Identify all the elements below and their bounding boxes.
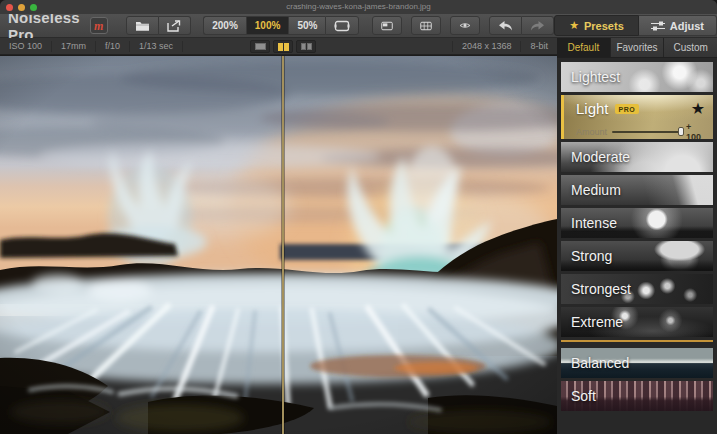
export-button[interactable]: [159, 16, 191, 35]
eye-icon: [459, 20, 471, 31]
zoom-200-button[interactable]: 200%: [203, 16, 246, 35]
macphun-logo-letter: m: [94, 20, 103, 32]
folder-icon: [135, 20, 150, 32]
tab-custom[interactable]: Custom: [664, 38, 717, 57]
exif-aperture: f/10: [96, 41, 130, 52]
tab-favorites[interactable]: Favorites: [611, 38, 665, 57]
exif-info-bar: ISO 100 17mm f/10 1/13 sec 2048 x 1368 8…: [0, 38, 557, 55]
preset-intense[interactable]: Intense: [561, 208, 713, 238]
preset-strong[interactable]: Strong: [561, 241, 713, 271]
preset-strongest[interactable]: Strongest: [561, 274, 713, 304]
image-dimensions: 2048 x 1368: [452, 41, 521, 52]
preset-balanced[interactable]: Balanced: [561, 348, 713, 378]
presets-button-label: Presets: [584, 20, 624, 32]
star-icon: ★: [569, 19, 579, 32]
image-bit-depth: 8-bit: [520, 41, 557, 52]
split-line-handle[interactable]: [281, 56, 285, 434]
compare-mode-buttons: [250, 40, 316, 53]
editor-column: ISO 100 17mm f/10 1/13 sec 2048 x 1368 8…: [0, 38, 557, 434]
photo-seascape: [0, 56, 557, 434]
slider-thumb[interactable]: [678, 127, 684, 136]
app-window: crashing-waves-kona-james-brandon.jpg No…: [0, 0, 717, 434]
main-toolbar: Noiseless Pro m 200% 100% 50%: [0, 14, 717, 38]
presets-panel-button[interactable]: ★ Presets: [554, 15, 639, 36]
adjust-button-label: Adjust: [670, 20, 704, 32]
preset-moderate[interactable]: Moderate: [561, 142, 713, 172]
preview-original-button[interactable]: [450, 16, 480, 35]
pro-badge: PRO: [615, 104, 640, 114]
side-by-side-view-button[interactable]: [296, 40, 316, 53]
fit-screen-icon: [334, 20, 350, 32]
content-area: ISO 100 17mm f/10 1/13 sec 2048 x 1368 8…: [0, 38, 717, 434]
amount-slider[interactable]: [612, 131, 681, 133]
single-view-icon: [255, 43, 266, 50]
presets-panel: Default Favorites Custom Lightest Light …: [557, 38, 717, 434]
preset-soft[interactable]: Soft: [561, 381, 713, 411]
exif-shutter: 1/13 sec: [130, 41, 183, 52]
preset-lightest[interactable]: Lightest: [561, 62, 713, 92]
amount-slider-row: Amount + 100: [576, 122, 705, 139]
preset-medium[interactable]: Medium: [561, 175, 713, 205]
fit-to-screen-button[interactable]: [325, 16, 359, 35]
preset-light-selected[interactable]: Light PRO ★ Amount + 100: [561, 95, 713, 139]
grid-overlay-button[interactable]: [411, 16, 441, 35]
document-filename: crashing-waves-kona-james-brandon.jpg: [0, 2, 717, 11]
exif-focal-length: 17mm: [52, 41, 96, 52]
undo-arrow-icon: [498, 20, 513, 32]
single-view-button[interactable]: [250, 40, 270, 53]
presets-tab-bar: Default Favorites Custom: [557, 38, 717, 58]
amount-value: + 100: [686, 122, 705, 139]
tab-default[interactable]: Default: [557, 38, 611, 57]
sliders-icon: [651, 20, 665, 32]
redo-button[interactable]: [522, 16, 554, 35]
macphun-logo[interactable]: m: [90, 17, 108, 34]
redo-arrow-icon: [530, 20, 545, 32]
preset-light-label: Light: [576, 100, 609, 117]
photo-canvas[interactable]: [0, 55, 557, 434]
split-view-button[interactable]: [273, 40, 293, 53]
navigator-button[interactable]: [372, 16, 402, 35]
preset-group-divider: [561, 340, 713, 342]
adjust-panel-button[interactable]: Adjust: [639, 15, 717, 36]
grid-icon: [420, 20, 432, 32]
exif-iso: ISO 100: [0, 41, 52, 52]
zoom-50-button[interactable]: 50%: [288, 16, 325, 35]
favorite-star-icon[interactable]: ★: [691, 101, 705, 117]
navigator-icon: [381, 20, 393, 32]
undo-button[interactable]: [489, 16, 522, 35]
preset-extreme[interactable]: Extreme: [561, 307, 713, 337]
amount-label: Amount: [576, 127, 607, 137]
zoom-100-button[interactable]: 100%: [246, 16, 289, 35]
export-icon: [167, 20, 182, 32]
preset-list: Lightest Light PRO ★ Amount + 100 M: [557, 58, 717, 434]
open-file-button[interactable]: [126, 16, 159, 35]
title-bar: crashing-waves-kona-james-brandon.jpg: [0, 0, 717, 14]
